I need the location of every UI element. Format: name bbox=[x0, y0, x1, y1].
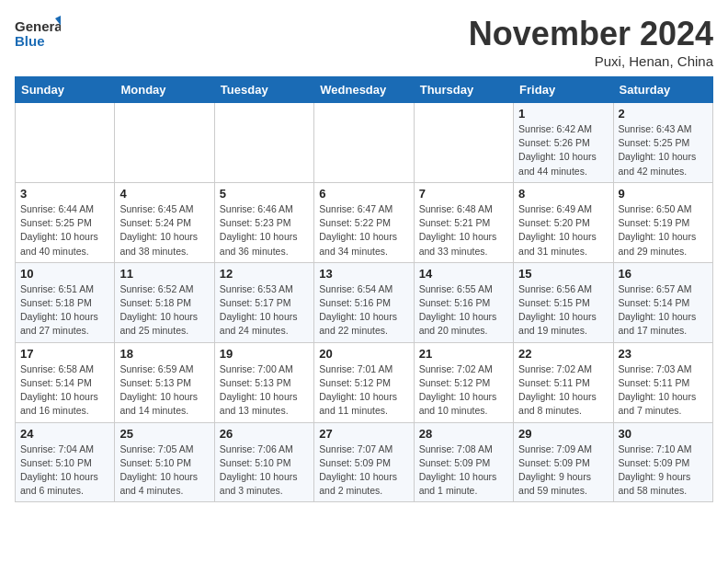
day-info: Sunrise: 6:49 AMSunset: 5:20 PMDaylight:… bbox=[518, 202, 608, 259]
day-number: 19 bbox=[220, 347, 309, 361]
calendar-cell: 30Sunrise: 7:10 AMSunset: 5:09 PMDayligh… bbox=[613, 422, 712, 502]
day-info: Sunrise: 6:53 AMSunset: 5:17 PMDaylight:… bbox=[220, 282, 309, 339]
day-info: Sunrise: 7:04 AMSunset: 5:10 PMDaylight:… bbox=[20, 442, 109, 499]
day-number: 6 bbox=[319, 187, 408, 201]
calendar-week-5: 24Sunrise: 7:04 AMSunset: 5:10 PMDayligh… bbox=[16, 422, 713, 502]
day-number: 24 bbox=[20, 427, 109, 441]
day-number: 11 bbox=[119, 267, 209, 281]
calendar-cell: 25Sunrise: 7:05 AMSunset: 5:10 PMDayligh… bbox=[115, 422, 214, 502]
day-info: Sunrise: 6:52 AMSunset: 5:18 PMDaylight:… bbox=[119, 282, 209, 339]
day-info: Sunrise: 7:09 AMSunset: 5:09 PMDaylight:… bbox=[518, 442, 608, 499]
day-number: 14 bbox=[419, 267, 508, 281]
day-number: 30 bbox=[619, 427, 708, 441]
day-info: Sunrise: 7:05 AMSunset: 5:10 PMDaylight:… bbox=[119, 442, 209, 499]
calendar-cell: 1Sunrise: 6:42 AMSunset: 5:26 PMDaylight… bbox=[514, 103, 613, 183]
calendar-cell: 18Sunrise: 6:59 AMSunset: 5:13 PMDayligh… bbox=[115, 342, 214, 422]
weekday-wednesday: Wednesday bbox=[314, 77, 414, 103]
day-info: Sunrise: 6:46 AMSunset: 5:23 PMDaylight:… bbox=[220, 202, 309, 259]
logo-svg: General Blue bbox=[15, 15, 61, 55]
weekday-thursday: Thursday bbox=[414, 77, 513, 103]
calendar-cell: 16Sunrise: 6:57 AMSunset: 5:14 PMDayligh… bbox=[613, 262, 712, 342]
calendar-cell: 19Sunrise: 7:00 AMSunset: 5:13 PMDayligh… bbox=[214, 342, 313, 422]
calendar-cell: 14Sunrise: 6:55 AMSunset: 5:16 PMDayligh… bbox=[414, 262, 513, 342]
day-info: Sunrise: 7:02 AMSunset: 5:11 PMDaylight:… bbox=[518, 362, 608, 419]
day-number: 26 bbox=[220, 427, 309, 441]
calendar-cell: 12Sunrise: 6:53 AMSunset: 5:17 PMDayligh… bbox=[214, 262, 313, 342]
day-number: 13 bbox=[319, 267, 408, 281]
day-number: 1 bbox=[518, 107, 608, 121]
day-info: Sunrise: 7:02 AMSunset: 5:12 PMDaylight:… bbox=[419, 362, 508, 419]
day-info: Sunrise: 6:44 AMSunset: 5:25 PMDaylight:… bbox=[20, 202, 109, 259]
calendar-cell: 24Sunrise: 7:04 AMSunset: 5:10 PMDayligh… bbox=[16, 422, 115, 502]
calendar-cell: 5Sunrise: 6:46 AMSunset: 5:23 PMDaylight… bbox=[214, 182, 313, 262]
day-info: Sunrise: 7:08 AMSunset: 5:09 PMDaylight:… bbox=[419, 442, 508, 499]
calendar-cell bbox=[314, 103, 414, 183]
calendar-cell: 22Sunrise: 7:02 AMSunset: 5:11 PMDayligh… bbox=[514, 342, 613, 422]
day-number: 22 bbox=[518, 347, 608, 361]
calendar-cell bbox=[16, 103, 115, 183]
day-number: 3 bbox=[20, 187, 109, 201]
day-number: 8 bbox=[518, 187, 608, 201]
weekday-monday: Monday bbox=[115, 77, 214, 103]
month-title: November 2024 bbox=[469, 15, 713, 53]
day-number: 10 bbox=[20, 267, 109, 281]
day-info: Sunrise: 7:03 AMSunset: 5:11 PMDaylight:… bbox=[619, 362, 708, 419]
location: Puxi, Henan, China bbox=[469, 53, 713, 69]
calendar-cell: 27Sunrise: 7:07 AMSunset: 5:09 PMDayligh… bbox=[314, 422, 414, 502]
calendar-cell: 11Sunrise: 6:52 AMSunset: 5:18 PMDayligh… bbox=[115, 262, 214, 342]
calendar-cell: 29Sunrise: 7:09 AMSunset: 5:09 PMDayligh… bbox=[514, 422, 613, 502]
weekday-friday: Friday bbox=[514, 77, 613, 103]
day-info: Sunrise: 7:07 AMSunset: 5:09 PMDaylight:… bbox=[319, 442, 408, 499]
calendar-table: SundayMondayTuesdayWednesdayThursdayFrid… bbox=[15, 76, 713, 502]
weekday-saturday: Saturday bbox=[613, 77, 712, 103]
calendar-cell: 26Sunrise: 7:06 AMSunset: 5:10 PMDayligh… bbox=[214, 422, 313, 502]
day-number: 29 bbox=[518, 427, 608, 441]
day-number: 23 bbox=[619, 347, 708, 361]
svg-text:Blue: Blue bbox=[15, 33, 45, 49]
day-number: 9 bbox=[619, 187, 708, 201]
day-number: 12 bbox=[220, 267, 309, 281]
calendar-week-4: 17Sunrise: 6:58 AMSunset: 5:14 PMDayligh… bbox=[16, 342, 713, 422]
day-info: Sunrise: 6:42 AMSunset: 5:26 PMDaylight:… bbox=[518, 122, 608, 178]
day-info: Sunrise: 6:51 AMSunset: 5:18 PMDaylight:… bbox=[20, 282, 109, 339]
calendar-cell: 28Sunrise: 7:08 AMSunset: 5:09 PMDayligh… bbox=[414, 422, 513, 502]
day-number: 7 bbox=[419, 187, 508, 201]
day-number: 20 bbox=[319, 347, 408, 361]
calendar-cell: 17Sunrise: 6:58 AMSunset: 5:14 PMDayligh… bbox=[16, 342, 115, 422]
calendar-cell: 6Sunrise: 6:47 AMSunset: 5:22 PMDaylight… bbox=[314, 182, 414, 262]
calendar-cell: 2Sunrise: 6:43 AMSunset: 5:25 PMDaylight… bbox=[613, 103, 712, 183]
calendar-cell bbox=[414, 103, 513, 183]
calendar-cell bbox=[214, 103, 313, 183]
calendar-cell: 3Sunrise: 6:44 AMSunset: 5:25 PMDaylight… bbox=[16, 182, 115, 262]
calendar-cell bbox=[115, 103, 214, 183]
day-info: Sunrise: 6:45 AMSunset: 5:24 PMDaylight:… bbox=[119, 202, 209, 259]
page-header: General Blue November 2024 Puxi, Henan, … bbox=[15, 15, 713, 69]
day-number: 17 bbox=[20, 347, 109, 361]
day-info: Sunrise: 6:59 AMSunset: 5:13 PMDaylight:… bbox=[119, 362, 209, 419]
day-number: 16 bbox=[619, 267, 708, 281]
weekday-tuesday: Tuesday bbox=[214, 77, 313, 103]
weekday-sunday: Sunday bbox=[16, 77, 115, 103]
weekday-header-row: SundayMondayTuesdayWednesdayThursdayFrid… bbox=[16, 77, 713, 103]
day-info: Sunrise: 6:57 AMSunset: 5:14 PMDaylight:… bbox=[619, 282, 708, 339]
calendar-cell: 9Sunrise: 6:50 AMSunset: 5:19 PMDaylight… bbox=[613, 182, 712, 262]
title-block: November 2024 Puxi, Henan, China bbox=[469, 15, 713, 69]
day-info: Sunrise: 7:00 AMSunset: 5:13 PMDaylight:… bbox=[220, 362, 309, 419]
calendar-week-2: 3Sunrise: 6:44 AMSunset: 5:25 PMDaylight… bbox=[16, 182, 713, 262]
day-number: 4 bbox=[119, 187, 209, 201]
calendar-cell: 7Sunrise: 6:48 AMSunset: 5:21 PMDaylight… bbox=[414, 182, 513, 262]
day-info: Sunrise: 7:10 AMSunset: 5:09 PMDaylight:… bbox=[619, 442, 708, 499]
day-number: 15 bbox=[518, 267, 608, 281]
day-number: 28 bbox=[419, 427, 508, 441]
calendar-cell: 8Sunrise: 6:49 AMSunset: 5:20 PMDaylight… bbox=[514, 182, 613, 262]
day-info: Sunrise: 6:43 AMSunset: 5:25 PMDaylight:… bbox=[619, 122, 708, 178]
day-info: Sunrise: 6:48 AMSunset: 5:21 PMDaylight:… bbox=[419, 202, 508, 259]
day-number: 27 bbox=[319, 427, 408, 441]
calendar-week-3: 10Sunrise: 6:51 AMSunset: 5:18 PMDayligh… bbox=[16, 262, 713, 342]
svg-text:General: General bbox=[15, 18, 61, 34]
calendar-cell: 10Sunrise: 6:51 AMSunset: 5:18 PMDayligh… bbox=[16, 262, 115, 342]
day-info: Sunrise: 7:01 AMSunset: 5:12 PMDaylight:… bbox=[319, 362, 408, 419]
day-number: 21 bbox=[419, 347, 508, 361]
day-number: 2 bbox=[619, 107, 708, 121]
day-number: 25 bbox=[119, 427, 209, 441]
